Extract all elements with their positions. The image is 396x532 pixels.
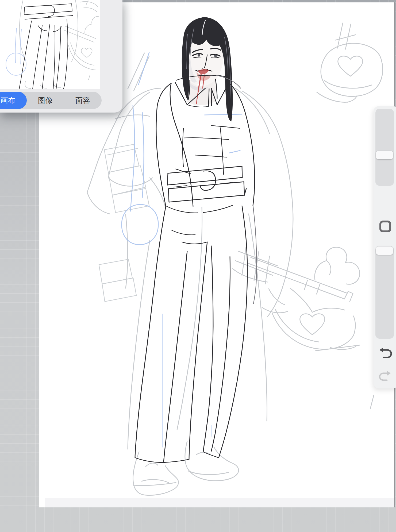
tab-face[interactable]: 面容 bbox=[64, 92, 102, 109]
opacity-slider[interactable] bbox=[375, 246, 394, 339]
tool-sidebar bbox=[374, 106, 396, 388]
modify-button[interactable] bbox=[379, 221, 391, 232]
opacity-slider-handle[interactable] bbox=[376, 246, 393, 255]
reference-tab-bar: 画布 图像 面容 bbox=[0, 92, 102, 109]
tab-image[interactable]: 图像 bbox=[27, 92, 64, 109]
tab-canvas[interactable]: 画布 bbox=[0, 92, 27, 109]
canvas-preview-sketch bbox=[0, 0, 100, 89]
app-background: 画布 图像 面容 bbox=[0, 0, 396, 532]
undo-icon[interactable] bbox=[379, 347, 392, 359]
brush-size-slider[interactable] bbox=[375, 109, 394, 186]
redo-icon[interactable] bbox=[379, 371, 391, 381]
canvas-preview-thumbnail bbox=[0, 0, 100, 89]
brush-size-slider-handle[interactable] bbox=[376, 151, 393, 159]
canvas-bottom-band bbox=[45, 498, 394, 507]
reference-panel[interactable]: 画布 图像 面容 bbox=[0, 0, 122, 113]
